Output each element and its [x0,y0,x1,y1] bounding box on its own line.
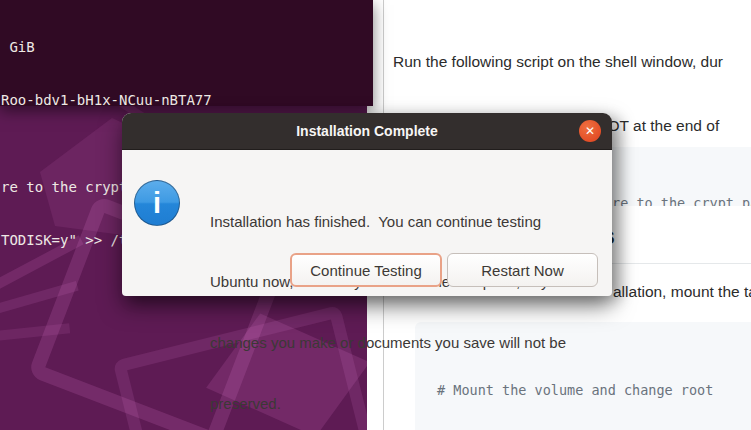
dialog-installation-complete: Installation Complete ✕ i Installation h… [122,113,612,296]
dialog-title: Installation Complete [122,113,612,149]
restart-now-button[interactable]: Restart Now [447,253,598,287]
continue-testing-button[interactable]: Continue Testing [290,253,442,287]
terminal-line: Roo-bdv1-bH1x-NCuu-nBTA77 [1,92,373,110]
dialog-message: Installation has finished. You can conti… [210,171,566,430]
code-line: re to the crypt partition [612,193,751,206]
dialog-titlebar[interactable]: Installation Complete ✕ [122,113,612,150]
dialog-message-line: Installation has finished. You can conti… [210,212,566,232]
dialog-message-line: preserved. [210,394,566,414]
doc-paragraph-fragment: allation, mount the ta [613,280,751,303]
terminal-line: GiB [1,39,373,57]
dialog-message-line: changes you make or documents you save w… [210,333,566,353]
screen: Run the following script on the shell wi… [0,0,751,430]
code-comment: re to the crypt partition [612,195,751,206]
terminal-window[interactable]: GiB Roo-bdv1-bH1x-NCuu-nBTA77 re to the … [0,0,373,106]
close-icon[interactable]: ✕ [579,120,601,142]
info-icon: i [134,180,180,226]
